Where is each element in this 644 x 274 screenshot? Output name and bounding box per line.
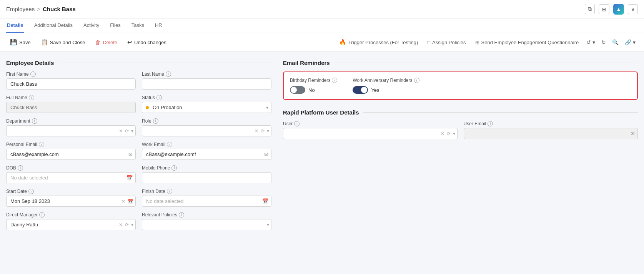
dob-calendar-icon[interactable]: 📅 xyxy=(126,175,133,181)
direct-manager-info-icon[interactable]: i xyxy=(39,212,45,218)
anniversary-reminder-info-icon[interactable]: i xyxy=(414,78,419,83)
top-header: Employees > Chuck Bass ⧉ ⊞ ▲ ∨ xyxy=(0,0,644,18)
role-chevron-down-icon[interactable]: ▾ xyxy=(267,128,269,134)
relevant-policies-chevron-down-icon[interactable]: ▾ xyxy=(267,222,269,228)
search-button[interactable]: 🔍 xyxy=(610,38,621,47)
delete-button[interactable]: 🗑 Delete xyxy=(91,37,121,48)
history-button[interactable]: ↺ ▾ xyxy=(584,38,597,47)
start-date-input[interactable] xyxy=(6,196,136,207)
tab-details[interactable]: Details xyxy=(6,18,24,33)
user-refresh-icon[interactable]: ⟳ xyxy=(447,131,451,136)
birthday-reminder-info-icon[interactable]: i xyxy=(332,78,337,83)
status-info-icon[interactable]: i xyxy=(156,95,162,100)
anniversary-reminder-label: Work Anniversary Reminders i xyxy=(353,78,419,83)
user-fields-row: User i ✕ ⟳ ▾ User Email xyxy=(283,121,638,139)
first-name-label: First Name i xyxy=(6,71,136,77)
expand-icon-btn[interactable]: ∨ xyxy=(628,4,638,14)
direct-manager-input[interactable] xyxy=(6,219,136,230)
direct-manager-clear-icon[interactable]: ✕ xyxy=(119,222,123,228)
user-email-info-icon[interactable]: i xyxy=(488,121,493,126)
department-chevron-down-icon[interactable]: ▾ xyxy=(131,128,133,134)
department-input[interactable] xyxy=(6,125,136,136)
role-refresh-icon[interactable]: ⟳ xyxy=(261,128,265,134)
anniversary-toggle-thumb xyxy=(361,87,367,93)
direct-manager-label: Direct Manager i xyxy=(6,212,136,218)
user-email-input xyxy=(464,128,638,139)
link-button[interactable]: 🔗 ▾ xyxy=(622,38,638,47)
app-logo: ▲ xyxy=(613,4,624,15)
undo-label: Undo changes xyxy=(134,40,166,45)
department-icons: ✕ ⟳ ▾ xyxy=(119,128,133,134)
dob-input[interactable] xyxy=(6,172,136,183)
first-name-field: First Name i xyxy=(6,71,136,90)
email-row: Personal Email i ✉ Work Email i ✉ xyxy=(6,142,271,160)
save-close-button[interactable]: 📋 Save and Close xyxy=(37,37,89,48)
refresh-button[interactable]: ↻ xyxy=(599,38,608,47)
relevant-policies-info-icon[interactable]: i xyxy=(179,212,184,218)
mobile-phone-input[interactable] xyxy=(142,172,271,183)
user-input[interactable] xyxy=(283,128,458,139)
work-email-info-icon[interactable]: i xyxy=(167,142,172,147)
start-date-clear-icon[interactable]: ✕ xyxy=(121,199,125,204)
questionnaire-button[interactable]: ⊞ Send Employee Engagement Questionnaire xyxy=(471,38,583,47)
birthday-toggle[interactable] xyxy=(290,86,305,94)
tab-activity[interactable]: Activity xyxy=(83,18,100,33)
duplicate-icon-btn[interactable]: ⧉ xyxy=(585,4,595,14)
start-date-calendar-icon[interactable]: 📅 xyxy=(128,199,133,204)
full-name-label: Full Name i xyxy=(6,95,136,100)
direct-manager-chevron-down-icon[interactable]: ▾ xyxy=(131,222,133,228)
personal-email-info-icon[interactable]: i xyxy=(39,142,44,147)
save-button[interactable]: 💾 Save xyxy=(6,37,35,48)
dob-info-icon[interactable]: i xyxy=(18,165,23,171)
department-info-icon[interactable]: i xyxy=(32,118,37,124)
role-clear-icon[interactable]: ✕ xyxy=(255,128,258,134)
tab-additional-details[interactable]: Additional Details xyxy=(33,18,73,33)
tab-hr[interactable]: HR xyxy=(154,18,163,33)
role-input[interactable] xyxy=(142,125,271,136)
reminders-row: Birthday Reminders i No xyxy=(290,78,631,94)
tab-tasks[interactable]: Tasks xyxy=(131,18,145,33)
first-name-input[interactable] xyxy=(6,78,136,90)
direct-manager-refresh-icon[interactable]: ⟳ xyxy=(125,222,129,228)
work-email-input[interactable] xyxy=(142,149,271,160)
relevant-policies-input[interactable] xyxy=(142,219,271,230)
employee-details-title: Employee Details xyxy=(6,60,271,66)
user-info-icon[interactable]: i xyxy=(294,121,300,126)
finish-date-calendar-icon[interactable]: 📅 xyxy=(262,198,268,204)
last-name-info-icon[interactable]: i xyxy=(166,71,171,77)
start-date-info-icon[interactable]: i xyxy=(28,189,34,194)
user-email-label: User Email i xyxy=(464,121,638,126)
right-section: Email Reminders Birthday Reminders i xyxy=(283,60,638,268)
role-info-icon[interactable]: i xyxy=(153,118,158,124)
save-icon: 💾 xyxy=(10,39,17,46)
toolbar: 💾 Save 📋 Save and Close 🗑 Delete ↩ Undo … xyxy=(0,33,644,52)
full-name-info-icon[interactable]: i xyxy=(29,95,34,100)
anniversary-toggle[interactable] xyxy=(353,86,368,94)
mobile-phone-info-icon[interactable]: i xyxy=(171,165,177,171)
start-date-icons: ✕ 📅 xyxy=(121,199,133,204)
last-name-field: Last Name i xyxy=(142,71,271,90)
undo-button[interactable]: ↩ Undo changes xyxy=(123,37,170,48)
finish-date-info-icon[interactable]: i xyxy=(167,189,172,194)
main-content: Employee Details First Name i Last Name … xyxy=(0,52,644,274)
department-clear-icon[interactable]: ✕ xyxy=(119,128,123,134)
relevant-policies-field: Relevant Policies i ▾ xyxy=(142,212,271,230)
personal-email-input[interactable] xyxy=(6,149,136,160)
breadcrumb-parent[interactable]: Employees xyxy=(6,6,35,12)
save-label: Save xyxy=(19,40,31,45)
user-field: User i ✕ ⟳ ▾ xyxy=(283,121,458,139)
anniversary-reminder-item: Work Anniversary Reminders i Yes xyxy=(353,78,419,94)
grid-icon-btn[interactable]: ⊞ xyxy=(599,4,609,14)
user-clear-icon[interactable]: ✕ xyxy=(441,131,444,136)
trigger-processes-button[interactable]: 🔥 Trigger Processes (For Testing) xyxy=(335,37,422,48)
tab-files[interactable]: Files xyxy=(109,18,121,33)
department-refresh-icon[interactable]: ⟳ xyxy=(125,128,129,134)
assign-policies-button[interactable]: □ Assign Policies xyxy=(423,38,469,47)
full-name-field: Full Name i xyxy=(6,95,136,113)
last-name-input[interactable] xyxy=(142,78,271,90)
user-chevron-down-icon[interactable]: ▾ xyxy=(453,131,455,136)
first-name-info-icon[interactable]: i xyxy=(30,71,36,77)
status-input[interactable] xyxy=(142,102,271,113)
employee-details-section: Employee Details First Name i Last Name … xyxy=(6,60,271,268)
finish-date-input[interactable] xyxy=(142,196,271,207)
